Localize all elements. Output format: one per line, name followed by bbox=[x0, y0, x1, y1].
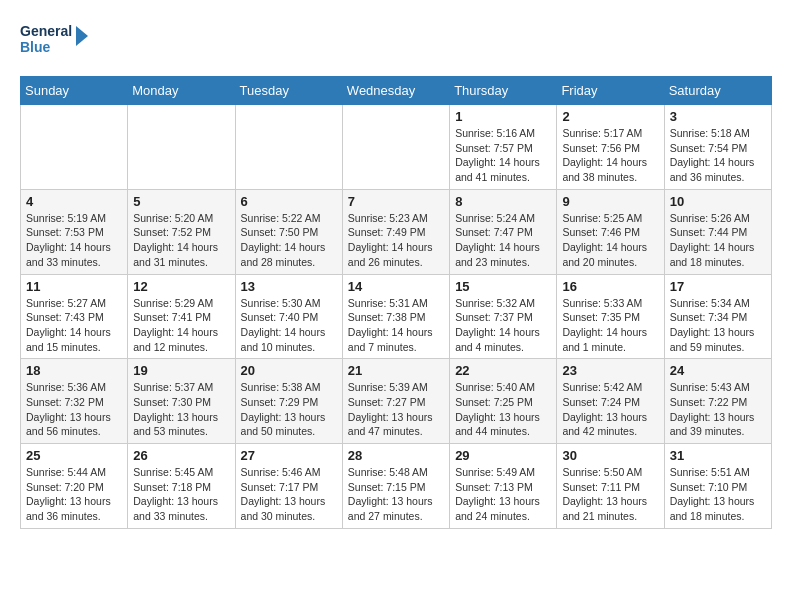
calendar-cell bbox=[21, 105, 128, 190]
day-number: 7 bbox=[348, 194, 444, 209]
calendar-cell: 3Sunrise: 5:18 AMSunset: 7:54 PMDaylight… bbox=[664, 105, 771, 190]
logo-svg: GeneralBlue bbox=[20, 20, 90, 60]
calendar-body: 1Sunrise: 5:16 AMSunset: 7:57 PMDaylight… bbox=[21, 105, 772, 529]
day-info: Sunrise: 5:37 AMSunset: 7:30 PMDaylight:… bbox=[133, 380, 229, 439]
day-number: 25 bbox=[26, 448, 122, 463]
weekday-friday: Friday bbox=[557, 77, 664, 105]
calendar-cell: 27Sunrise: 5:46 AMSunset: 7:17 PMDayligh… bbox=[235, 444, 342, 529]
day-number: 11 bbox=[26, 279, 122, 294]
day-info: Sunrise: 5:29 AMSunset: 7:41 PMDaylight:… bbox=[133, 296, 229, 355]
calendar-cell: 6Sunrise: 5:22 AMSunset: 7:50 PMDaylight… bbox=[235, 189, 342, 274]
calendar-cell: 5Sunrise: 5:20 AMSunset: 7:52 PMDaylight… bbox=[128, 189, 235, 274]
calendar-week-1: 1Sunrise: 5:16 AMSunset: 7:57 PMDaylight… bbox=[21, 105, 772, 190]
svg-marker-2 bbox=[76, 26, 88, 46]
calendar-cell: 20Sunrise: 5:38 AMSunset: 7:29 PMDayligh… bbox=[235, 359, 342, 444]
calendar-cell: 9Sunrise: 5:25 AMSunset: 7:46 PMDaylight… bbox=[557, 189, 664, 274]
day-number: 8 bbox=[455, 194, 551, 209]
day-number: 15 bbox=[455, 279, 551, 294]
logo: GeneralBlue bbox=[20, 20, 90, 60]
day-info: Sunrise: 5:36 AMSunset: 7:32 PMDaylight:… bbox=[26, 380, 122, 439]
day-number: 6 bbox=[241, 194, 337, 209]
day-number: 23 bbox=[562, 363, 658, 378]
calendar-cell: 30Sunrise: 5:50 AMSunset: 7:11 PMDayligh… bbox=[557, 444, 664, 529]
svg-text:General: General bbox=[20, 23, 72, 39]
calendar-cell: 14Sunrise: 5:31 AMSunset: 7:38 PMDayligh… bbox=[342, 274, 449, 359]
day-number: 5 bbox=[133, 194, 229, 209]
calendar-cell: 17Sunrise: 5:34 AMSunset: 7:34 PMDayligh… bbox=[664, 274, 771, 359]
weekday-thursday: Thursday bbox=[450, 77, 557, 105]
day-number: 27 bbox=[241, 448, 337, 463]
day-number: 12 bbox=[133, 279, 229, 294]
calendar-cell: 23Sunrise: 5:42 AMSunset: 7:24 PMDayligh… bbox=[557, 359, 664, 444]
day-number: 21 bbox=[348, 363, 444, 378]
day-info: Sunrise: 5:32 AMSunset: 7:37 PMDaylight:… bbox=[455, 296, 551, 355]
weekday-monday: Monday bbox=[128, 77, 235, 105]
day-info: Sunrise: 5:46 AMSunset: 7:17 PMDaylight:… bbox=[241, 465, 337, 524]
day-info: Sunrise: 5:20 AMSunset: 7:52 PMDaylight:… bbox=[133, 211, 229, 270]
calendar-cell bbox=[128, 105, 235, 190]
calendar-cell: 19Sunrise: 5:37 AMSunset: 7:30 PMDayligh… bbox=[128, 359, 235, 444]
day-info: Sunrise: 5:31 AMSunset: 7:38 PMDaylight:… bbox=[348, 296, 444, 355]
day-number: 19 bbox=[133, 363, 229, 378]
day-info: Sunrise: 5:34 AMSunset: 7:34 PMDaylight:… bbox=[670, 296, 766, 355]
day-number: 14 bbox=[348, 279, 444, 294]
day-number: 13 bbox=[241, 279, 337, 294]
day-number: 10 bbox=[670, 194, 766, 209]
day-info: Sunrise: 5:18 AMSunset: 7:54 PMDaylight:… bbox=[670, 126, 766, 185]
day-number: 31 bbox=[670, 448, 766, 463]
day-info: Sunrise: 5:25 AMSunset: 7:46 PMDaylight:… bbox=[562, 211, 658, 270]
day-info: Sunrise: 5:51 AMSunset: 7:10 PMDaylight:… bbox=[670, 465, 766, 524]
calendar-cell: 29Sunrise: 5:49 AMSunset: 7:13 PMDayligh… bbox=[450, 444, 557, 529]
day-number: 30 bbox=[562, 448, 658, 463]
calendar-cell: 4Sunrise: 5:19 AMSunset: 7:53 PMDaylight… bbox=[21, 189, 128, 274]
day-info: Sunrise: 5:49 AMSunset: 7:13 PMDaylight:… bbox=[455, 465, 551, 524]
day-info: Sunrise: 5:38 AMSunset: 7:29 PMDaylight:… bbox=[241, 380, 337, 439]
weekday-saturday: Saturday bbox=[664, 77, 771, 105]
calendar-cell: 10Sunrise: 5:26 AMSunset: 7:44 PMDayligh… bbox=[664, 189, 771, 274]
day-info: Sunrise: 5:27 AMSunset: 7:43 PMDaylight:… bbox=[26, 296, 122, 355]
day-info: Sunrise: 5:23 AMSunset: 7:49 PMDaylight:… bbox=[348, 211, 444, 270]
day-info: Sunrise: 5:17 AMSunset: 7:56 PMDaylight:… bbox=[562, 126, 658, 185]
calendar-cell: 11Sunrise: 5:27 AMSunset: 7:43 PMDayligh… bbox=[21, 274, 128, 359]
day-number: 2 bbox=[562, 109, 658, 124]
calendar-cell: 22Sunrise: 5:40 AMSunset: 7:25 PMDayligh… bbox=[450, 359, 557, 444]
day-number: 24 bbox=[670, 363, 766, 378]
calendar-cell: 18Sunrise: 5:36 AMSunset: 7:32 PMDayligh… bbox=[21, 359, 128, 444]
calendar-cell bbox=[235, 105, 342, 190]
calendar-week-5: 25Sunrise: 5:44 AMSunset: 7:20 PMDayligh… bbox=[21, 444, 772, 529]
day-info: Sunrise: 5:44 AMSunset: 7:20 PMDaylight:… bbox=[26, 465, 122, 524]
calendar-cell: 13Sunrise: 5:30 AMSunset: 7:40 PMDayligh… bbox=[235, 274, 342, 359]
day-number: 18 bbox=[26, 363, 122, 378]
day-number: 3 bbox=[670, 109, 766, 124]
calendar-week-4: 18Sunrise: 5:36 AMSunset: 7:32 PMDayligh… bbox=[21, 359, 772, 444]
day-info: Sunrise: 5:50 AMSunset: 7:11 PMDaylight:… bbox=[562, 465, 658, 524]
weekday-sunday: Sunday bbox=[21, 77, 128, 105]
calendar-cell: 26Sunrise: 5:45 AMSunset: 7:18 PMDayligh… bbox=[128, 444, 235, 529]
day-number: 20 bbox=[241, 363, 337, 378]
day-info: Sunrise: 5:30 AMSunset: 7:40 PMDaylight:… bbox=[241, 296, 337, 355]
day-info: Sunrise: 5:22 AMSunset: 7:50 PMDaylight:… bbox=[241, 211, 337, 270]
calendar-cell bbox=[342, 105, 449, 190]
weekday-header-row: SundayMondayTuesdayWednesdayThursdayFrid… bbox=[21, 77, 772, 105]
calendar-cell: 31Sunrise: 5:51 AMSunset: 7:10 PMDayligh… bbox=[664, 444, 771, 529]
calendar-cell: 24Sunrise: 5:43 AMSunset: 7:22 PMDayligh… bbox=[664, 359, 771, 444]
calendar-cell: 25Sunrise: 5:44 AMSunset: 7:20 PMDayligh… bbox=[21, 444, 128, 529]
day-number: 28 bbox=[348, 448, 444, 463]
weekday-tuesday: Tuesday bbox=[235, 77, 342, 105]
day-info: Sunrise: 5:45 AMSunset: 7:18 PMDaylight:… bbox=[133, 465, 229, 524]
calendar-cell: 1Sunrise: 5:16 AMSunset: 7:57 PMDaylight… bbox=[450, 105, 557, 190]
day-info: Sunrise: 5:48 AMSunset: 7:15 PMDaylight:… bbox=[348, 465, 444, 524]
day-info: Sunrise: 5:42 AMSunset: 7:24 PMDaylight:… bbox=[562, 380, 658, 439]
day-number: 9 bbox=[562, 194, 658, 209]
day-number: 17 bbox=[670, 279, 766, 294]
day-number: 4 bbox=[26, 194, 122, 209]
day-info: Sunrise: 5:24 AMSunset: 7:47 PMDaylight:… bbox=[455, 211, 551, 270]
calendar-cell: 2Sunrise: 5:17 AMSunset: 7:56 PMDaylight… bbox=[557, 105, 664, 190]
day-info: Sunrise: 5:39 AMSunset: 7:27 PMDaylight:… bbox=[348, 380, 444, 439]
day-info: Sunrise: 5:40 AMSunset: 7:25 PMDaylight:… bbox=[455, 380, 551, 439]
calendar-cell: 12Sunrise: 5:29 AMSunset: 7:41 PMDayligh… bbox=[128, 274, 235, 359]
svg-text:Blue: Blue bbox=[20, 39, 51, 55]
day-number: 29 bbox=[455, 448, 551, 463]
day-number: 16 bbox=[562, 279, 658, 294]
page-header: GeneralBlue bbox=[20, 20, 772, 60]
